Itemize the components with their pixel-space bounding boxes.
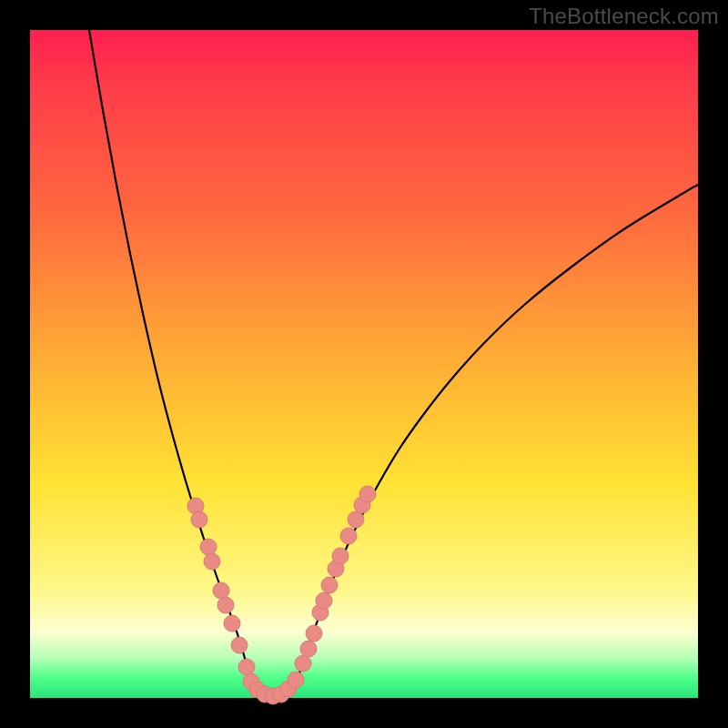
marker-point [295,655,311,672]
marker-point [191,511,207,528]
marker-point [288,672,304,688]
chart-frame: TheBottleneck.com [0,0,728,728]
markers-group [187,486,376,704]
marker-point [340,528,357,544]
marker-point [213,582,229,599]
chart-svg [30,30,698,698]
curve-path [89,30,698,697]
marker-point [224,615,240,632]
marker-point [359,486,376,502]
marker-point [231,637,248,653]
marker-point [200,539,217,555]
marker-point [238,659,255,675]
marker-point [321,577,338,593]
marker-point [300,641,317,657]
marker-point [348,511,364,528]
marker-point [217,597,234,613]
marker-point [306,625,322,642]
marker-point [332,548,349,564]
watermark-label: TheBottleneck.com [529,4,719,29]
marker-point [316,592,332,609]
marker-point [204,553,220,570]
plot-area [30,30,698,698]
